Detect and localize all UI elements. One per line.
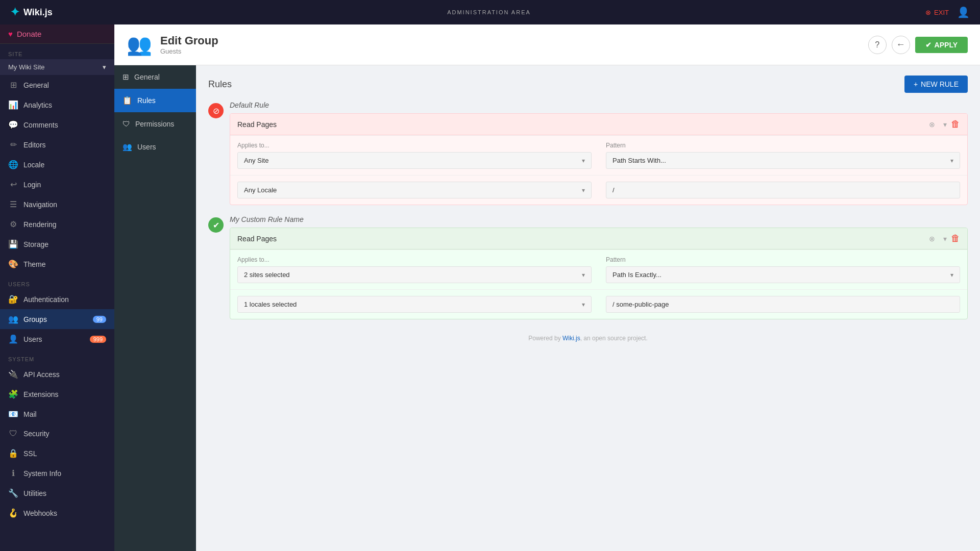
- chevron-down-icon-2[interactable]: ▾: [943, 235, 947, 243]
- rule-default-path-field: /: [599, 175, 967, 205]
- sub-rules-icon: 📋: [122, 96, 132, 105]
- donate-button[interactable]: ♥ Donate: [0, 24, 114, 44]
- sidebar-auth-label: Authentication: [23, 295, 69, 304]
- sidebar-mail-label: Mail: [23, 410, 37, 418]
- footer-link[interactable]: Wiki.js: [562, 335, 580, 342]
- auth-icon: 🔐: [8, 294, 18, 304]
- storage-icon: 💾: [8, 239, 18, 249]
- sidebar-item-security[interactable]: 🛡 Security: [0, 424, 114, 443]
- sidebar-item-extensions[interactable]: 🧩 Extensions: [0, 384, 114, 404]
- rule-default-header: Read Pages ⊗ ▾ 🗑: [230, 114, 967, 135]
- sub-nav-users[interactable]: 👥 Users: [114, 135, 196, 159]
- sidebar-item-login[interactable]: ↩ Login: [0, 174, 114, 194]
- user-avatar-icon[interactable]: 👤: [957, 6, 970, 18]
- sidebar-item-groups[interactable]: 👥 Groups 99: [0, 309, 114, 329]
- site-selector[interactable]: My Wiki Site ▾: [0, 59, 114, 75]
- rule-default-delete-button[interactable]: 🗑: [951, 119, 960, 130]
- heart-icon: ♥: [8, 30, 13, 38]
- users-icon: 👤: [8, 334, 18, 344]
- donate-label: Donate: [17, 30, 41, 38]
- rule-default-pattern-field: Pattern Path Starts With... ▾: [599, 135, 967, 175]
- groups-icon: 👥: [8, 314, 18, 324]
- sidebar-item-utilities[interactable]: 🔧 Utilities: [0, 483, 114, 503]
- system-section-label: System: [0, 349, 114, 364]
- locale-select-1[interactable]: Any Locale ▾: [237, 182, 592, 198]
- extensions-icon: 🧩: [8, 389, 18, 399]
- sidebar-comments-label: Comments: [23, 121, 58, 129]
- site-value-1: Any Site: [244, 157, 268, 164]
- locale-chevron-2: ▾: [582, 301, 585, 308]
- chevron-down-icon-1[interactable]: ▾: [943, 120, 947, 129]
- pattern-chevron-2: ▾: [950, 271, 953, 279]
- rule-deny-dot: ⊘: [208, 103, 224, 118]
- general-icon: ⊞: [8, 80, 18, 90]
- locale-value-1: Any Locale: [244, 186, 277, 194]
- pattern-type-1[interactable]: Path Starts With... ▾: [606, 152, 960, 169]
- sub-layout: ⊞ General 📋 Rules 🛡 Permissions 👥 Users: [114, 65, 980, 551]
- sidebar-item-general[interactable]: ⊞ General: [0, 75, 114, 95]
- ssl-icon: 🔒: [8, 448, 18, 458]
- apply-button[interactable]: ✔ APPLY: [915, 37, 968, 53]
- sidebar-item-ssl[interactable]: 🔒 SSL: [0, 443, 114, 463]
- check-circle-icon: ✔: [213, 220, 219, 230]
- sub-users-label: Users: [137, 143, 156, 151]
- rule-default-body: Default Rule Read Pages ⊗ ▾ 🗑 Applies to…: [230, 101, 968, 205]
- admin-area-label: ADMINISTRATION AREA: [53, 9, 925, 15]
- sidebar-security-label: Security: [23, 430, 50, 438]
- sidebar-item-mail[interactable]: 📧 Mail: [0, 404, 114, 424]
- app-name: Wiki.js: [23, 7, 53, 18]
- pattern-type-value-2: Path Is Exactly...: [612, 271, 662, 279]
- rule-default-perm: Read Pages: [237, 120, 925, 129]
- sub-general-label: General: [134, 73, 160, 81]
- exit-button[interactable]: ⊗ EXIT: [925, 9, 949, 16]
- sub-nav-general[interactable]: ⊞ General: [114, 65, 196, 89]
- rule-custom-delete-button[interactable]: 🗑: [951, 233, 960, 244]
- sidebar-item-storage[interactable]: 💾 Storage: [0, 234, 114, 254]
- close-circle-icon: ⊗: [929, 120, 935, 129]
- sidebar-theme-label: Theme: [23, 260, 46, 268]
- group-icon: 👥: [127, 33, 152, 57]
- new-rule-button[interactable]: + NEW RULE: [904, 76, 968, 93]
- header-actions: ? ← ✔ APPLY: [868, 36, 968, 54]
- sidebar-item-editors[interactable]: ✏ Editors: [0, 135, 114, 155]
- sidebar-item-webhooks[interactable]: 🪝 Webhooks: [0, 503, 114, 523]
- sub-nav-rules[interactable]: 📋 Rules: [114, 89, 196, 112]
- sub-permissions-label: Permissions: [135, 120, 174, 128]
- sidebar-item-api[interactable]: 🔌 API Access: [0, 364, 114, 384]
- rule-custom-path-field: / some-public-page: [599, 289, 967, 319]
- rule-custom-pattern-field: Pattern Path Is Exactly... ▾: [599, 249, 967, 289]
- page-subtitle: Guests: [160, 47, 218, 55]
- rule-default: ⊘ Default Rule Read Pages ⊗ ▾ 🗑: [208, 101, 968, 205]
- rule-default-name: Default Rule: [230, 101, 968, 109]
- theme-icon: 🎨: [8, 259, 18, 269]
- help-button[interactable]: ?: [868, 36, 887, 54]
- deny-icon: ⊘: [213, 106, 219, 116]
- sidebar-item-rendering[interactable]: ⚙ Rendering: [0, 214, 114, 234]
- sidebar-item-analytics[interactable]: 📊 Analytics: [0, 95, 114, 115]
- close-circle-icon-2: ⊗: [929, 235, 935, 243]
- exit-label: EXIT: [934, 9, 949, 16]
- sub-users-icon: 👥: [122, 142, 132, 152]
- rendering-icon: ⚙: [8, 219, 18, 229]
- sub-nav-permissions[interactable]: 🛡 Permissions: [114, 112, 196, 135]
- sidebar-webhooks-label: Webhooks: [23, 509, 57, 517]
- analytics-icon: 📊: [8, 100, 18, 110]
- pattern-type-2[interactable]: Path Is Exactly... ▾: [606, 266, 960, 283]
- sidebar-item-authentication[interactable]: 🔐 Authentication: [0, 289, 114, 309]
- page-title: Edit Group: [160, 34, 218, 47]
- footer-suffix: , an open source project.: [580, 335, 648, 342]
- sidebar-item-navigation[interactable]: ☰ Navigation: [0, 194, 114, 214]
- sidebar-item-sysinfo[interactable]: ℹ System Info: [0, 463, 114, 483]
- sidebar-item-users[interactable]: 👤 Users 999: [0, 329, 114, 349]
- locale-select-2[interactable]: 1 locales selected ▾: [237, 296, 592, 313]
- back-button[interactable]: ←: [892, 36, 910, 54]
- top-nav-right: ⊗ EXIT 👤: [925, 6, 970, 18]
- locale-chevron-1: ▾: [582, 187, 585, 194]
- sidebar-item-locale[interactable]: 🌐 Locale: [0, 155, 114, 174]
- pattern-type-value-1: Path Starts With...: [612, 157, 666, 164]
- site-select-1[interactable]: Any Site ▾: [237, 152, 592, 169]
- sidebar-item-theme[interactable]: 🎨 Theme: [0, 254, 114, 274]
- sidebar-storage-label: Storage: [23, 240, 48, 248]
- site-select-2[interactable]: 2 sites selected ▾: [237, 266, 592, 283]
- sidebar-item-comments[interactable]: 💬 Comments: [0, 115, 114, 135]
